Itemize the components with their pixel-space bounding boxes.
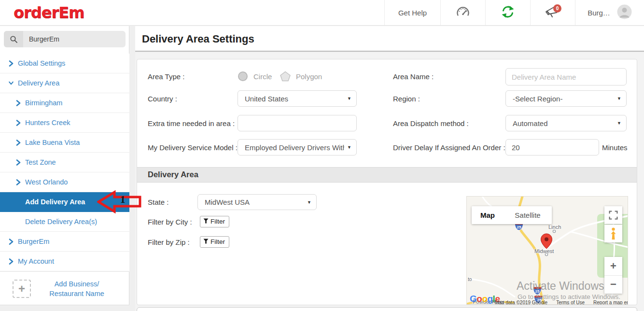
sidebar-search: [4, 31, 126, 47]
area-type-polygon-option[interactable]: [280, 71, 291, 84]
speedometer-icon: [456, 5, 470, 20]
google-logo-letter: o: [476, 294, 482, 304]
area-type-label: Area Type :: [148, 72, 184, 81]
page: orderEm Get Help: [0, 0, 644, 311]
area-type-circle-option[interactable]: [238, 71, 248, 81]
sidebar-item-burgerem[interactable]: BurgerEm: [0, 232, 129, 252]
dispatch-method-select[interactable]: Automated ▼: [505, 115, 627, 131]
delivery-area-section-header: Delivery Area: [137, 167, 637, 183]
user-menu[interactable]: Burg…: [575, 0, 644, 25]
sidebar-item-label: Test Zone: [25, 158, 56, 166]
zoom-out-button[interactable]: −: [604, 276, 622, 294]
report-map-error-link[interactable]: Report a map error: [593, 300, 628, 305]
header-actions: Get Help: [384, 0, 644, 25]
google-logo-letter: G: [470, 294, 476, 304]
chevron-right-icon: [9, 239, 14, 245]
service-model-select[interactable]: Employed Delivery Drivers With ▼: [238, 139, 357, 156]
caret-down-icon: ▼: [617, 121, 621, 126]
map-town-linch: Linch: [548, 224, 561, 230]
refresh-icon: [501, 5, 515, 20]
arrow-left-icon: [97, 190, 141, 213]
sidebar-item-test-zone[interactable]: Test Zone: [0, 153, 129, 172]
street-view-button[interactable]: [604, 225, 622, 242]
filter-zip-label: Filter by Zip :: [148, 238, 190, 246]
sidebar-item-lake-buena-vista[interactable]: Lake Buena Vista: [0, 133, 129, 153]
polygon-option-label: Polygon: [296, 72, 322, 81]
service-model-value: Employed Delivery Drivers With: [245, 143, 344, 152]
zoom-in-button[interactable]: +: [604, 257, 622, 276]
map-road-to-label: to: [468, 277, 472, 282]
page-title-band: Delivery Area Settings: [135, 26, 644, 52]
chevron-right-icon: [16, 179, 21, 185]
chevron-right-icon: [16, 120, 21, 126]
caret-down-icon: ▼: [347, 96, 351, 101]
add-business-line2: Restaurant Name: [31, 289, 123, 298]
pegman-icon: [610, 227, 617, 240]
google-logo-letter: o: [482, 294, 487, 304]
step-annotation-arrow: 1: [97, 190, 141, 213]
funnel-icon: [203, 238, 209, 245]
sidebar-item-my-account[interactable]: My Account: [0, 252, 129, 271]
section-title: Delivery Area: [148, 170, 198, 179]
fullscreen-icon: [609, 211, 618, 220]
caret-down-icon: ▼: [617, 96, 621, 101]
driver-delay-input[interactable]: [505, 139, 599, 156]
route-25-shield: 25: [515, 225, 523, 229]
add-business-line1: Add Business/: [31, 279, 123, 289]
sidebar-item-label: BurgerEm: [18, 238, 49, 245]
sidebar-item-birmingham[interactable]: Birmingham: [0, 93, 129, 113]
dashboard-button[interactable]: [440, 0, 485, 25]
get-help-link[interactable]: Get Help: [384, 0, 440, 25]
add-business-label: Add Business/ Restaurant Name: [31, 279, 129, 298]
activate-windows-watermark: Activate Windows: [517, 280, 604, 293]
region-select[interactable]: -Select Region- ▼: [505, 90, 627, 107]
top-header: orderEm Get Help: [0, 0, 644, 26]
sidebar: Global Settings Delivery Area Birmingham…: [0, 26, 129, 305]
country-value: United States: [245, 95, 344, 103]
sidebar-item-label: West Orlando: [25, 178, 68, 186]
filter-city-button-label: Filter: [210, 218, 225, 225]
sidebar-item-label: Hunters Creek: [25, 119, 70, 127]
filter-zip-button[interactable]: Filter: [200, 236, 229, 248]
map-town-midwest: Midwest: [534, 248, 554, 254]
sidebar-item-west-orlando[interactable]: West Orlando: [0, 172, 129, 192]
terms-of-use-link[interactable]: Terms of Use: [556, 300, 585, 305]
get-help-label: Get Help: [398, 9, 427, 17]
search-input[interactable]: [23, 35, 126, 43]
satellite-view-button[interactable]: Satellite: [504, 206, 552, 224]
add-business-button[interactable]: + Add Business/ Restaurant Name: [0, 271, 129, 305]
google-logo-letter: g: [488, 294, 493, 304]
dispatch-method-label: Area Dispatch method :: [393, 119, 469, 127]
search-icon: [4, 31, 23, 47]
announcements-button[interactable]: 0: [530, 0, 575, 25]
caret-down-icon: ▼: [347, 145, 351, 150]
sidebar-item-delete-delivery-area[interactable]: Delete Delivery Area(s): [0, 212, 129, 232]
area-name-input[interactable]: [505, 68, 627, 85]
service-model-label: My Delivery Service Model :: [148, 143, 238, 152]
google-map[interactable]: 25 25 25 Linch Midwest Powder River to M…: [466, 196, 628, 305]
dispatch-method-value: Automated: [513, 119, 614, 127]
country-select[interactable]: United States ▼: [238, 90, 357, 107]
next-section-card-edge: [137, 307, 637, 311]
caret-down-icon: ▼: [307, 200, 311, 205]
notification-badge: 0: [553, 4, 561, 13]
extra-time-input[interactable]: [238, 115, 357, 131]
sidebar-item-hunters-creek[interactable]: Hunters Creek: [0, 113, 129, 133]
map-attribution: Map data ©2019 Google Terms of Use Repor…: [495, 300, 628, 305]
plus-icon: +: [13, 280, 31, 298]
state-select[interactable]: MidWest USA ▼: [197, 194, 317, 210]
sidebar-item-global-settings[interactable]: Global Settings: [0, 54, 129, 73]
circle-option-label: Circle: [253, 72, 272, 81]
state-value: MidWest USA: [205, 198, 304, 206]
map-view-button[interactable]: Map: [472, 206, 504, 224]
fullscreen-button[interactable]: [604, 206, 622, 224]
chevron-right-icon: [16, 140, 21, 146]
filter-city-button[interactable]: Filter: [200, 216, 229, 227]
map-type-control: Map Satellite: [472, 206, 552, 224]
sidebar-item-label: Birmingham: [25, 99, 62, 107]
state-label: State :: [148, 198, 168, 206]
chevron-right-icon: [9, 60, 14, 67]
sidebar-item-delivery-area[interactable]: Delivery Area: [0, 73, 129, 93]
orderem-logo[interactable]: orderEm: [14, 3, 84, 22]
sync-button[interactable]: [485, 0, 530, 25]
